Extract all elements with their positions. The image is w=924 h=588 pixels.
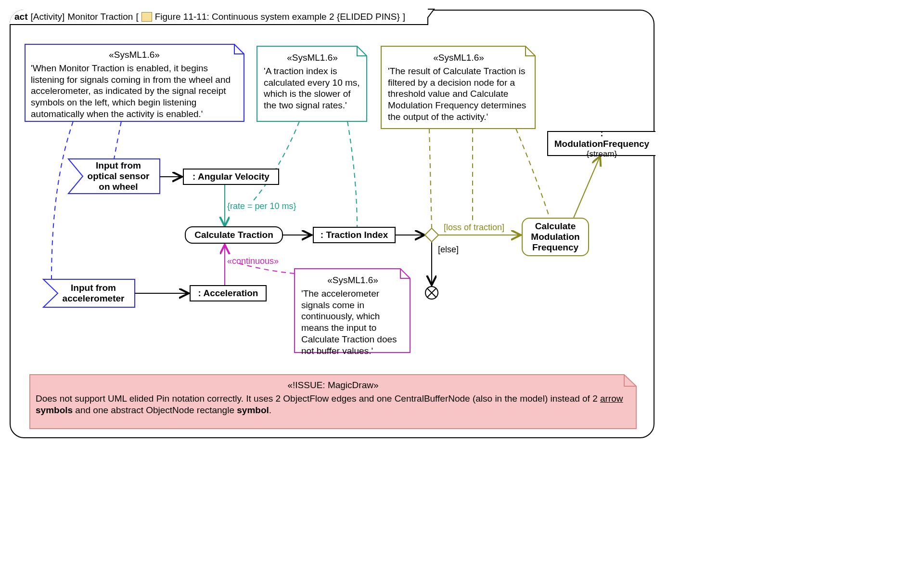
calc-mod-label: Calculate Modulation Frequency <box>528 221 582 253</box>
signal-optical-sensor: Input from optical sensor on wheel <box>68 159 160 194</box>
guard-else: [else] <box>438 245 459 255</box>
frame-caption: Figure 11-11: Continuous system example … <box>155 12 400 22</box>
issue-b1: symbols <box>36 405 73 415</box>
note-teal-stereo: «SysML1.6» <box>264 52 361 64</box>
issue-pre: Does not support UML elided Pin notation… <box>36 393 600 404</box>
note-magenta-stereo: «SysML1.6» <box>301 274 404 286</box>
frame-header: act [Activity] Monitor Traction [ Figure… <box>10 10 428 25</box>
note-olive-stereo: «SysML1.6» <box>388 52 529 64</box>
decision-node <box>424 227 439 242</box>
activity-parameter-modulation-frequency: : ModulationFrequency {stream} <box>547 131 655 156</box>
note-issue: «!ISSUE: MagicDraw» Does not support UML… <box>31 376 635 419</box>
note-magenta-text: 'The accelerometer signals come in conti… <box>301 288 404 357</box>
object-traction-index: : Traction Index <box>313 227 396 243</box>
label-continuous: «continuous» <box>227 256 279 266</box>
flow-final-node <box>425 286 438 300</box>
signal-accel-label: Input from accelerometer <box>56 283 131 304</box>
note-teal-text: 'A traction index is calculated every 10… <box>264 65 361 111</box>
svg-line-8 <box>574 156 600 218</box>
frame-bracket-close: ] <box>403 12 405 22</box>
calc-traction-label: Calculate Traction <box>194 230 273 240</box>
note-olive-text: 'The result of Calculate Traction is fil… <box>388 65 529 123</box>
frame-bracket-open: [ <box>136 12 138 22</box>
note-blue: «SysML1.6» 'When Monitor Traction is ena… <box>26 45 243 124</box>
action-calculate-traction: Calculate Traction <box>185 226 283 244</box>
note-blue-stereo: «SysML1.6» <box>31 49 238 61</box>
signal-accelerometer: Input from accelerometer <box>43 279 135 307</box>
frame-stereo: [Activity] <box>30 12 64 22</box>
guard-loss-of-traction: [loss of traction] <box>444 222 504 233</box>
issue-tail: . <box>269 405 271 415</box>
issue-b2: symbol <box>237 405 269 415</box>
object-traction-label: : Traction Index <box>321 230 388 240</box>
object-angular-velocity: : Angular Velocity <box>183 169 279 185</box>
object-accel-label: : Acceleration <box>198 288 258 299</box>
frame-name: Monitor Traction <box>67 12 133 22</box>
note-issue-text: Does not support UML elided Pin notation… <box>36 393 630 416</box>
object-angular-label: : Angular Velocity <box>192 171 270 182</box>
note-magenta: «SysML1.6» 'The accelerometer signals co… <box>296 271 409 360</box>
signal-optical-label: Input from optical sensor on wheel <box>81 160 156 192</box>
note-issue-stereo: «!ISSUE: MagicDraw» <box>36 379 630 391</box>
activity-frame: act [Activity] Monitor Traction [ Figure… <box>10 10 654 438</box>
issue-u1: arrow <box>600 393 623 404</box>
note-blue-text: 'When Monitor Traction is enabled, it be… <box>31 63 238 120</box>
frame-kind: act <box>14 12 27 22</box>
note-olive: «SysML1.6» 'The result of Calculate Trac… <box>383 48 534 127</box>
mod-freq-label: : ModulationFrequency <box>553 128 651 149</box>
action-calculate-modulation-frequency: Calculate Modulation Frequency <box>522 218 589 256</box>
diagram-icon <box>141 12 152 22</box>
note-teal: «SysML1.6» 'A traction index is calculat… <box>259 48 366 115</box>
issue-mid2: and one abstract ObjectNode rectangle <box>73 405 237 415</box>
object-acceleration: : Acceleration <box>190 285 267 301</box>
mod-freq-stream: {stream} <box>587 149 617 159</box>
label-rate: {rate = per 10 ms} <box>227 201 296 211</box>
